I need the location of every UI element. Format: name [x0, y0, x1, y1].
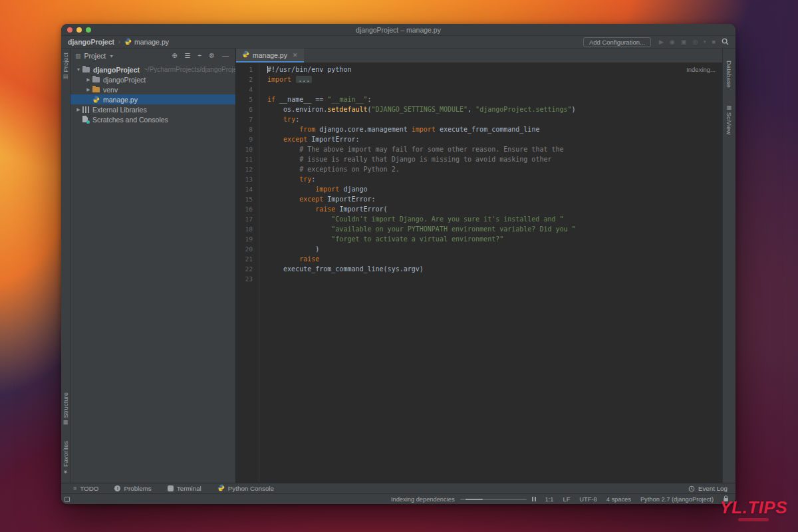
code-line[interactable]: 23	[236, 274, 722, 284]
status-segment[interactable]: Python 2.7 (djangoProject)	[640, 496, 714, 503]
line-number[interactable]: 9	[236, 134, 259, 144]
status-segment[interactable]: LF	[563, 496, 570, 503]
line-number[interactable]: 15	[236, 194, 259, 204]
hide-panel-icon[interactable]: —	[222, 53, 229, 59]
editor-tab-manage-py[interactable]: manage.py ✕	[236, 49, 304, 63]
window-titlebar[interactable]: djangoProject – manage.py	[61, 24, 735, 36]
line-number[interactable]: 12	[236, 164, 259, 174]
tree-item-external-libraries[interactable]: ▶External Libraries	[70, 104, 235, 114]
event-log-button[interactable]: Event Log	[688, 485, 728, 492]
profiler-icon[interactable]: ◎	[692, 39, 698, 45]
code-line[interactable]: 17 "Couldn't import Django. Are you sure…	[236, 214, 722, 224]
code-line[interactable]: 15 except ImportError:	[236, 194, 722, 204]
tool-tab-project[interactable]: ▤ Project	[62, 53, 69, 80]
code-line[interactable]: 1#!/usr/bin/env python	[236, 65, 722, 74]
line-number[interactable]: 2	[236, 74, 259, 84]
tool-tab-sciview[interactable]: ▦ SciView	[726, 104, 733, 134]
code-line[interactable]: 9 except ImportError:	[236, 134, 722, 144]
code-line[interactable]: 16 raise ImportError(	[236, 204, 722, 214]
project-panel-title[interactable]: Project	[84, 52, 106, 60]
status-segment[interactable]: 4 spaces	[606, 496, 631, 503]
zoom-window-button[interactable]	[86, 27, 91, 33]
code-line[interactable]: 12 # exceptions on Python 2.	[236, 164, 722, 174]
line-number[interactable]: 17	[236, 214, 259, 224]
line-number[interactable]: 21	[236, 254, 259, 264]
line-number[interactable]: 16	[236, 204, 259, 214]
code-line[interactable]: 6 os.environ.setdefault("DJANGO_SETTINGS…	[236, 104, 722, 114]
line-number[interactable]: 1	[236, 65, 259, 74]
collapse-all-icon[interactable]: ☰	[185, 53, 191, 59]
chevron-right-icon[interactable]: ▶	[74, 107, 82, 112]
code-line[interactable]: 5if __name__ == "__main__":	[236, 94, 722, 104]
tree-item-manage-py[interactable]: manage.py	[70, 94, 235, 104]
chevron-down-icon[interactable]: ▼	[74, 67, 82, 72]
coverage-icon[interactable]: ▣	[681, 39, 687, 45]
tool-tab-database[interactable]: Database	[726, 61, 733, 88]
search-everywhere-icon[interactable]	[722, 38, 729, 47]
line-number[interactable]: 11	[236, 154, 259, 164]
settings-gear-icon[interactable]: ⚙	[209, 53, 215, 59]
debug-icon[interactable]: ◉	[670, 39, 675, 45]
close-tab-icon[interactable]: ✕	[293, 52, 298, 59]
add-configuration-button[interactable]: Add Configuration...	[583, 37, 651, 47]
line-number[interactable]: 20	[236, 244, 259, 254]
line-number[interactable]: 13	[236, 174, 259, 184]
code-line[interactable]: 11 # issue is really that Django is miss…	[236, 154, 722, 164]
chevron-right-icon[interactable]: ▶	[84, 77, 92, 82]
code-line[interactable]: 10 # The above import may fail for some …	[236, 144, 722, 154]
status-segment[interactable]: 1:1	[545, 496, 554, 503]
line-number[interactable]: 14	[236, 184, 259, 194]
tool-button-terminal[interactable]: Terminal	[168, 484, 201, 493]
stop-icon[interactable]: ■	[712, 39, 716, 45]
line-number[interactable]: 23	[236, 274, 259, 284]
code-line[interactable]: 19 "forget to activate a virtual environ…	[236, 234, 722, 244]
tool-window-switcher-icon[interactable]	[65, 497, 70, 502]
code-line[interactable]: 22 execute_from_command_line(sys.argv)	[236, 264, 722, 274]
todo-icon: ≡	[73, 485, 76, 491]
line-number[interactable]: 10	[236, 144, 259, 154]
chevron-down-icon[interactable]: ▾	[704, 39, 706, 45]
code-line[interactable]: 7 try:	[236, 114, 722, 124]
code-line[interactable]: 4	[236, 84, 722, 94]
code-line[interactable]: 20 )	[236, 244, 722, 254]
tool-button-python-console[interactable]: Python Console	[217, 484, 274, 493]
line-number[interactable]: 7	[236, 114, 259, 124]
code-text: from django.core.management import execu…	[259, 124, 539, 134]
chevron-down-icon[interactable]: ▼	[109, 54, 114, 59]
breadcrumb-project[interactable]: djangoProject	[68, 38, 114, 46]
status-segment[interactable]: UTF-8	[579, 496, 597, 503]
code-line[interactable]: 14 import django	[236, 184, 722, 194]
code-line[interactable]: 21 raise	[236, 254, 722, 264]
expand-all-icon[interactable]: ÷	[198, 53, 202, 59]
line-number[interactable]: 19	[236, 234, 259, 244]
line-number[interactable]: 18	[236, 224, 259, 234]
code-line[interactable]: 8 from django.core.management import exe…	[236, 124, 722, 134]
line-number[interactable]: 4	[236, 84, 259, 94]
tree-item-label: venv	[103, 86, 118, 94]
line-number[interactable]: 5	[236, 94, 259, 104]
breadcrumb-file[interactable]: manage.py	[124, 38, 169, 47]
tool-tab-structure[interactable]: ▦ Structure	[62, 392, 69, 426]
code-line[interactable]: 18 "available on your PYTHONPATH environ…	[236, 224, 722, 234]
tree-item-djangoproject[interactable]: ▶djangoProject	[70, 74, 235, 84]
code-editor[interactable]: Indexing... 1#!/usr/bin/env python2impor…	[236, 63, 722, 483]
line-number[interactable]: 22	[236, 264, 259, 274]
run-icon[interactable]: ▶	[659, 39, 664, 45]
minimize-window-button[interactable]	[76, 27, 82, 33]
code-line[interactable]: 2import ...	[236, 74, 722, 84]
tool-tab-favorites[interactable]: ★ Favorites	[62, 441, 69, 475]
tree-item-label: manage.py	[103, 96, 138, 104]
tree-item-djangoproject[interactable]: ▼djangoProject~/PycharmProjects/djangoPr…	[70, 65, 235, 74]
tool-button-todo[interactable]: ≡TODO	[73, 484, 98, 493]
line-number[interactable]: 8	[236, 124, 259, 134]
close-window-button[interactable]	[67, 27, 72, 33]
tree-item-scratches-and-consoles[interactable]: Scratches and Consoles	[70, 114, 235, 124]
tool-button-problems[interactable]: !Problems	[114, 484, 151, 493]
code-text: try:	[259, 174, 315, 184]
pause-icon[interactable]	[532, 497, 536, 501]
locate-file-icon[interactable]: ⊕	[172, 53, 177, 59]
code-line[interactable]: 13 try:	[236, 174, 722, 184]
line-number[interactable]: 6	[236, 104, 259, 114]
chevron-right-icon[interactable]: ▶	[84, 87, 92, 92]
tree-item-venv[interactable]: ▶venv	[70, 84, 235, 94]
